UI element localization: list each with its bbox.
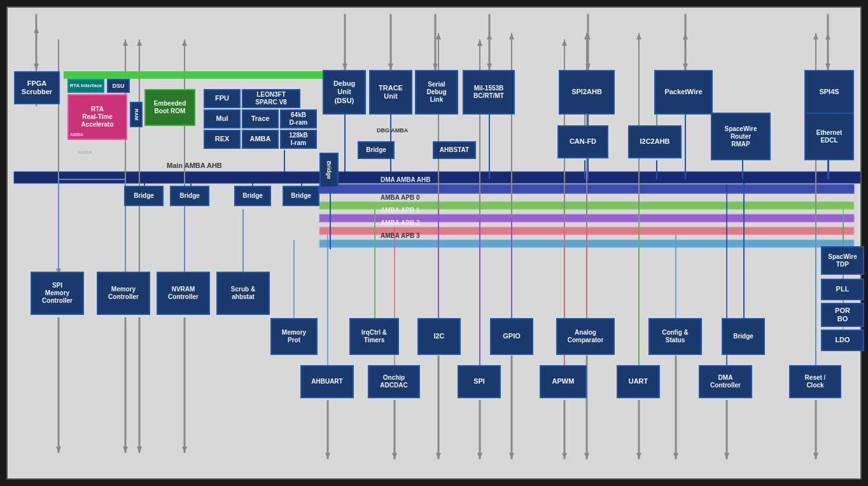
svg-marker-56 bbox=[392, 453, 397, 459]
svg-marker-18 bbox=[487, 64, 492, 70]
svg-marker-74 bbox=[584, 453, 589, 459]
svg-marker-54 bbox=[325, 453, 330, 459]
leon3ft-block: LEON3FTSPARC V8 bbox=[242, 89, 300, 108]
svg-marker-48 bbox=[137, 39, 142, 46]
spi-memory-controller-block: SPIMemoryController bbox=[31, 272, 84, 315]
svg-marker-68 bbox=[509, 33, 514, 39]
trace-block: Trace bbox=[242, 109, 279, 128]
svg-rect-3 bbox=[319, 202, 854, 209]
svg-rect-1 bbox=[14, 172, 860, 183]
amba-apb2-label: AMBA APB 2 bbox=[381, 219, 420, 226]
spacewire-tdp-block: SpacWireTDP bbox=[821, 246, 864, 275]
i2c-block: I2C bbox=[417, 318, 461, 355]
amba-blk: AMBA bbox=[242, 130, 279, 149]
mil1553b-block: Mil-1553BBC/RT/MT bbox=[463, 70, 515, 115]
amba-apb1-label: AMBA APB 1 bbox=[381, 207, 420, 214]
mul-block: Mul bbox=[204, 109, 241, 128]
rta-block: RTAReal-TimeAccelerato AMBA bbox=[67, 94, 127, 140]
fpu-block: FPU bbox=[204, 89, 241, 108]
svg-marker-78 bbox=[636, 453, 641, 459]
memory-controller-block: MemoryController bbox=[97, 272, 150, 315]
svg-marker-26 bbox=[683, 64, 688, 70]
uart-block: UART bbox=[617, 365, 660, 398]
svg-marker-64 bbox=[477, 39, 482, 46]
ram-block: RAM bbox=[130, 102, 143, 127]
main-amba-label: Main AMBA AHB bbox=[167, 162, 222, 169]
soc-block-diagram: Main AMBA AHB DMA AMBA AHB AMBA APB 0 AM… bbox=[6, 6, 862, 480]
onchip-adcdac-block: OnchipADCDAC bbox=[368, 365, 420, 398]
svg-marker-52 bbox=[182, 39, 187, 46]
svg-marker-28 bbox=[683, 33, 688, 39]
svg-marker-32 bbox=[825, 33, 830, 39]
ldo-block: LDO bbox=[821, 330, 864, 351]
config-status-block: Config &Status bbox=[648, 318, 702, 355]
scrub-ahbstat-block: Scrub &ahbstat bbox=[216, 272, 270, 315]
memory-prot-block: MemoryProt bbox=[270, 318, 318, 355]
spi-bottom-block: SPI bbox=[458, 365, 501, 398]
bridge2-block: Bridge bbox=[170, 186, 209, 206]
amba-apb0-label: AMBA APB 0 bbox=[381, 194, 420, 201]
svg-marker-24 bbox=[585, 33, 591, 39]
svg-marker-72 bbox=[562, 39, 567, 46]
svg-marker-88 bbox=[813, 33, 818, 39]
dsu-small-block: DSU bbox=[107, 79, 130, 93]
spi2ahb-block: SPI2AHB bbox=[559, 70, 615, 115]
svg-rect-4 bbox=[319, 214, 854, 222]
svg-rect-6 bbox=[319, 240, 854, 247]
svg-marker-62 bbox=[477, 453, 482, 459]
spacewire-router-block: SpaceWireRouterRMAP bbox=[711, 113, 771, 160]
nvram-controller-block: NVRAMController bbox=[157, 272, 210, 315]
svg-marker-70 bbox=[562, 453, 567, 459]
64kb-dram-block: 64kBD-ram bbox=[280, 109, 317, 128]
svg-marker-10 bbox=[34, 27, 39, 33]
svg-marker-16 bbox=[433, 64, 438, 70]
ahbuart-block: AHBUART bbox=[300, 365, 354, 398]
dbg-amba-label: DBG AMBA bbox=[377, 127, 409, 134]
svg-marker-58 bbox=[436, 453, 441, 459]
svg-rect-5 bbox=[319, 227, 854, 235]
dma-amba-label: DMA AMBA AHB bbox=[381, 176, 431, 183]
svg-marker-30 bbox=[825, 64, 830, 70]
svg-marker-84 bbox=[724, 453, 729, 459]
fpga-scrubber-block: FPGAScrubber bbox=[14, 71, 60, 104]
amba-sub-label: AMBA bbox=[78, 149, 92, 155]
bridge-vertical-block: Bridge bbox=[319, 153, 339, 188]
pll-block: PLL bbox=[821, 279, 864, 300]
serial-debug-link-block: SerialDebugLink bbox=[415, 70, 458, 115]
bridge3-block: Bridge bbox=[234, 186, 271, 206]
svg-marker-50 bbox=[182, 447, 187, 453]
trace-unit-block: TRACEUnit bbox=[369, 70, 412, 115]
amba-apb3-label: AMBA APB 3 bbox=[381, 232, 420, 239]
debug-unit-block: DebugUnit(DSU) bbox=[323, 70, 366, 115]
svg-marker-12 bbox=[342, 64, 347, 70]
svg-marker-44 bbox=[123, 39, 128, 46]
svg-marker-14 bbox=[388, 64, 393, 70]
bridge1-block: Bridge bbox=[124, 186, 164, 206]
svg-rect-2 bbox=[319, 184, 854, 193]
svg-marker-8 bbox=[34, 64, 39, 70]
svg-marker-20 bbox=[487, 33, 492, 39]
analog-comparator-block: AnalogComparator bbox=[556, 318, 615, 355]
svg-marker-80 bbox=[636, 33, 641, 39]
svg-marker-22 bbox=[585, 64, 591, 70]
bridge5-block: Bridge bbox=[722, 318, 765, 355]
svg-marker-60 bbox=[436, 33, 441, 39]
128kb-iram-block: 128kBI-ram bbox=[280, 130, 317, 149]
reset-clock-block: Reset /Clock bbox=[789, 365, 841, 398]
rta-interface-block: RTA Interface bbox=[67, 79, 104, 93]
svg-marker-66 bbox=[509, 453, 514, 459]
svg-rect-0 bbox=[64, 71, 323, 79]
svg-marker-42 bbox=[123, 447, 128, 453]
spi4s-block: SPI4S bbox=[804, 70, 854, 115]
svg-marker-86 bbox=[813, 453, 818, 459]
apwm-block: APWM bbox=[540, 365, 587, 398]
rex-block: REX bbox=[204, 130, 241, 149]
gpio-block: GPIO bbox=[490, 318, 533, 355]
svg-marker-46 bbox=[137, 447, 142, 453]
svg-marker-38 bbox=[56, 447, 61, 453]
can-fd-block: CAN-FD bbox=[557, 125, 608, 158]
irqctrl-timers-block: IrqCtrl &Timers bbox=[349, 318, 399, 355]
por-bo-block: PORBO bbox=[821, 303, 864, 327]
packetwire-block: PacketWire bbox=[654, 70, 713, 115]
bridge4-block: Bridge bbox=[283, 186, 319, 206]
